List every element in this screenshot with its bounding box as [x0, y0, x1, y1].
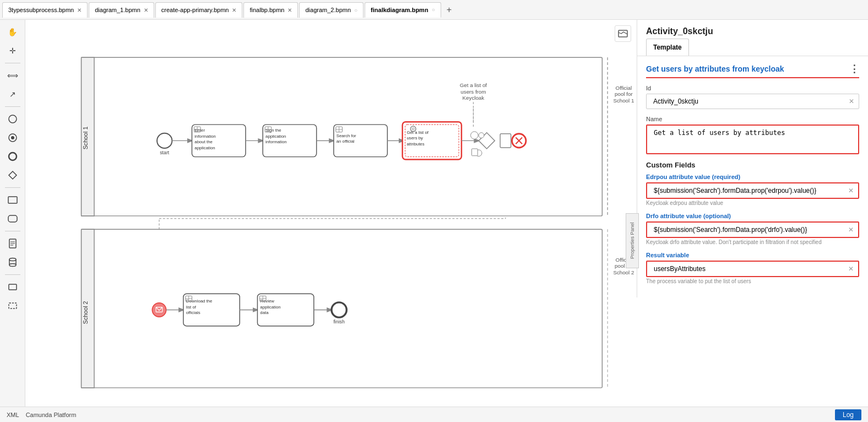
svg-text:School 1: School 1: [82, 127, 89, 150]
properties-panel: Activity_0skctju Template Get users by a…: [637, 20, 868, 297]
svg-rect-6: [8, 215, 17, 222]
svg-text:School 1: School 1: [613, 98, 634, 104]
edrpou-hint: Keycloak edrpou attribute value: [646, 200, 859, 206]
result-hint: The process variable to put the list of …: [646, 278, 859, 284]
log-button[interactable]: Log: [835, 409, 861, 420]
svg-point-74: [152, 303, 166, 317]
tool-divider-2: [5, 106, 20, 107]
result-field-clear[interactable]: ✕: [846, 265, 854, 273]
tab-template[interactable]: Template: [646, 39, 689, 56]
id-field-label: Id: [646, 85, 859, 91]
id-field-clear[interactable]: ✕: [847, 98, 854, 105]
drfo-field-input[interactable]: [652, 223, 846, 237]
svg-text:Official: Official: [616, 85, 632, 91]
tab-add-button[interactable]: +: [442, 5, 456, 15]
tab-bar: 3typessubprocess.bpmn ✕ diagram_1.bpmn ✕…: [0, 0, 868, 20]
tab-close-createapp[interactable]: ✕: [232, 7, 236, 13]
tab-label: 3typessubprocess.bpmn: [8, 7, 74, 13]
hand-tool[interactable]: ✋: [4, 24, 21, 40]
svg-text:Get a list of: Get a list of: [460, 82, 487, 88]
svg-text:School 2: School 2: [82, 301, 89, 324]
crosshair-tool[interactable]: ✛: [4, 43, 21, 58]
tab-close-finalbp[interactable]: ✕: [287, 7, 292, 13]
document-tool[interactable]: [4, 236, 21, 251]
svg-rect-57: [500, 134, 511, 148]
edrpou-field-wrap: ✕: [646, 182, 859, 199]
tool-divider-3: [5, 187, 20, 188]
dashed-rect-tool[interactable]: [4, 298, 21, 313]
tab-unsaved-indicator: ○: [354, 7, 357, 13]
main-area: ✋ ✛ ⟺ ↗: [0, 20, 868, 407]
circle-filled-tool[interactable]: [4, 130, 21, 145]
bpmn-diagram: School 1 Official pool for School 1 Get …: [25, 20, 637, 407]
tab-3typessubprocess[interactable]: 3typessubprocess.bpmn ✕: [2, 2, 88, 18]
svg-point-2: [11, 136, 14, 139]
tab-label: diagram_1.bpmn: [95, 7, 140, 13]
edrpou-field-input[interactable]: [652, 183, 846, 198]
drfo-field-group: Drfo attribute value (optional) ✕ Keyclo…: [646, 213, 859, 245]
cylinder-tool[interactable]: [4, 255, 21, 270]
circle-tool[interactable]: [4, 111, 21, 127]
circle-double-tool[interactable]: [4, 149, 21, 164]
tab-diagram2[interactable]: diagram_2.bpmn ○: [299, 2, 364, 18]
drfo-field-clear[interactable]: ✕: [846, 226, 854, 234]
element-id-title: Activity_0skctju: [646, 26, 859, 36]
diamond-tool[interactable]: [4, 167, 21, 183]
tab-unsaved-indicator-active: ○: [432, 7, 435, 13]
drfo-label: Drfo attribute value (optional): [646, 213, 859, 219]
svg-text:users from: users from: [460, 89, 486, 95]
more-options-icon[interactable]: ⋮: [849, 63, 859, 75]
canvas-area[interactable]: School 1 Official pool for School 1 Get …: [25, 20, 637, 407]
id-field-input[interactable]: [651, 94, 847, 109]
properties-panel-side-label: Properties Panel: [626, 213, 639, 268]
tab-finalbp[interactable]: finalbp.bpmn ✕: [243, 2, 298, 18]
svg-rect-5: [8, 197, 17, 203]
tab-createappprimary[interactable]: create-app-primary.bpmn ✕: [155, 2, 243, 18]
svg-rect-16: [9, 303, 17, 309]
name-field-wrap: Get a list of users by attributes: [646, 125, 859, 154]
tool-divider-4: [5, 231, 20, 231]
arrow-left-right-tool[interactable]: ⟺: [4, 68, 21, 83]
name-field-group: Name Get a list of users by attributes: [646, 116, 859, 154]
small-rect-tool[interactable]: [4, 279, 21, 295]
tab-label: diagram_2.bpmn: [305, 7, 351, 13]
tab-close-3typessubprocess[interactable]: ✕: [77, 7, 82, 13]
edrpou-label: Edrpou attribute value (required): [646, 174, 859, 180]
result-label: Result variable: [646, 252, 859, 258]
template-heading: Get users by attributes from keycloak ⋮: [646, 63, 859, 78]
id-field-group: Id ✕: [646, 85, 859, 109]
tab-close-diagram1[interactable]: ✕: [144, 7, 148, 13]
name-field-label: Name: [646, 116, 859, 122]
svg-text:start: start: [160, 150, 170, 155]
tab-label: finalbp.bpmn: [249, 7, 284, 13]
rect-tool[interactable]: [4, 192, 21, 208]
drfo-field-wrap: ✕: [646, 221, 859, 238]
result-field-input[interactable]: [652, 262, 846, 276]
svg-rect-15: [9, 284, 17, 290]
svg-text:School 2: School 2: [613, 269, 634, 275]
svg-point-89: [332, 302, 346, 317]
svg-text:finish: finish: [333, 319, 345, 324]
bottom-left: XML Camunda Platform: [7, 412, 76, 418]
panel-tabs: Template: [637, 39, 868, 56]
minimap-button[interactable]: [615, 25, 631, 42]
svg-point-0: [9, 115, 17, 123]
svg-rect-64: [471, 149, 478, 156]
tab-label: finalkdiagram.bpmn: [371, 7, 428, 13]
svg-point-62: [479, 133, 484, 138]
connect-tool[interactable]: ↗: [4, 86, 21, 102]
rect-rounded-tool[interactable]: [4, 211, 21, 226]
panel-body: Get users by attributes from keycloak ⋮ …: [637, 56, 868, 297]
tab-diagram1[interactable]: diagram_1.bpmn ✕: [89, 2, 154, 18]
tab-finalkdiagram[interactable]: finalkdiagram.bpmn ○: [365, 2, 441, 18]
template-title: Get users by attributes from keycloak: [646, 64, 784, 73]
tool-divider-1: [5, 63, 20, 63]
platform-label: Camunda Platform: [26, 412, 77, 418]
svg-marker-4: [9, 171, 17, 179]
panel-header: Activity_0skctju: [637, 20, 868, 39]
edrpou-field-clear[interactable]: ✕: [846, 187, 854, 194]
result-field-group: Result variable ✕ The process variable t…: [646, 252, 859, 284]
map-icon: [618, 29, 628, 39]
name-field-textarea[interactable]: Get a list of users by attributes: [652, 126, 854, 153]
xml-label[interactable]: XML: [7, 412, 19, 418]
